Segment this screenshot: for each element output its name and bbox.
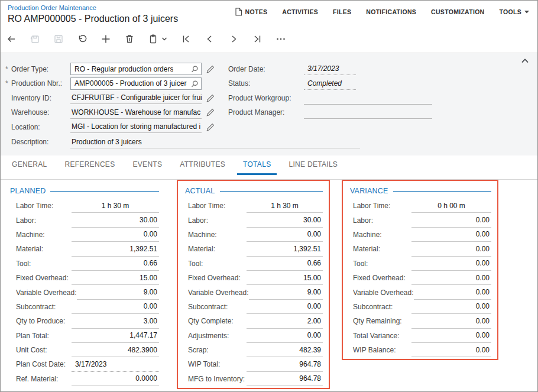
lookup-icon[interactable] bbox=[190, 80, 199, 88]
field-value[interactable]: 0.66 bbox=[72, 257, 159, 271]
form-field-location: Location: MGI - Location for storing man… bbox=[5, 121, 215, 133]
field-value[interactable]: 0.00 bbox=[414, 285, 491, 299]
totals-row: Qty Remaining:0.00 bbox=[350, 314, 491, 328]
field-label: Material: bbox=[10, 242, 72, 256]
field-value[interactable]: 1 h 30 m bbox=[247, 199, 323, 213]
field-label: Adjustments: bbox=[185, 329, 247, 343]
field-value[interactable]: 482.39 bbox=[247, 343, 323, 357]
more-options-button[interactable] bbox=[276, 34, 286, 44]
collapse-panel-button[interactable] bbox=[521, 57, 529, 66]
totals-row: WIP Balance:0.00 bbox=[350, 343, 491, 357]
field-value[interactable]: 964.78 bbox=[247, 372, 323, 386]
field-value[interactable]: 0.00 bbox=[72, 300, 159, 314]
tab-line-details[interactable]: LINE DETAILS bbox=[283, 155, 343, 175]
field-value[interactable]: 30.00 bbox=[247, 213, 323, 227]
tab-references[interactable]: REFERENCES bbox=[59, 155, 121, 175]
totals-row: Total Variance:0.00 bbox=[350, 329, 491, 343]
field-value[interactable]: 1 h 30 m bbox=[72, 199, 159, 213]
totals-row: Labor:30.00 bbox=[10, 213, 159, 227]
field-value[interactable]: 0.00 bbox=[72, 228, 159, 242]
warehouse-input[interactable]: WORKHOUSE - Warehouse for manufac bbox=[70, 106, 202, 119]
field-value[interactable]: 30.00 bbox=[72, 213, 159, 227]
field-value[interactable]: 9.00 bbox=[77, 285, 159, 299]
field-value[interactable]: 482.3900 bbox=[72, 343, 159, 357]
field-value[interactable]: 0.00 bbox=[247, 329, 323, 343]
field-label: Location: bbox=[11, 123, 70, 131]
field-value[interactable]: 0.00 bbox=[411, 228, 491, 242]
field-value[interactable]: 0.00 bbox=[411, 257, 491, 271]
field-value[interactable]: 2.00 bbox=[247, 314, 323, 328]
breadcrumb[interactable]: Production Order Maintenance bbox=[8, 4, 96, 11]
product-manager-input[interactable] bbox=[304, 106, 432, 119]
field-value[interactable]: 0.00 bbox=[411, 242, 491, 256]
next-record-button[interactable] bbox=[228, 34, 239, 44]
edit-pencil-icon[interactable] bbox=[206, 94, 215, 102]
location-input[interactable]: MGI - Location for storing manufactured … bbox=[70, 121, 202, 133]
save-icon bbox=[53, 34, 64, 44]
field-value[interactable]: 15.00 bbox=[72, 271, 159, 285]
edit-pencil-icon[interactable] bbox=[206, 65, 215, 73]
copy-paste-button[interactable] bbox=[148, 34, 158, 44]
field-value[interactable]: 0.00 bbox=[411, 329, 491, 343]
production-nbr-input[interactable]: AMP000005 - Production of 3 juicers bbox=[70, 77, 202, 90]
description-input[interactable]: Production of 3 juicers bbox=[70, 136, 360, 148]
add-new-button[interactable] bbox=[101, 34, 111, 44]
edit-pencil-icon[interactable] bbox=[206, 108, 215, 116]
field-value[interactable]: 0.00 bbox=[411, 314, 491, 328]
field-value[interactable]: 0.00 bbox=[247, 228, 323, 242]
field-value[interactable]: 1,392.51 bbox=[247, 242, 323, 256]
field-value[interactable]: 0 h 00 m bbox=[411, 199, 491, 213]
field-value[interactable]: 964.78 bbox=[247, 357, 323, 371]
first-record-button[interactable] bbox=[181, 34, 192, 44]
lookup-icon[interactable] bbox=[190, 65, 199, 73]
delete-button[interactable] bbox=[124, 34, 135, 44]
product-workgroup-input[interactable] bbox=[304, 92, 432, 105]
field-label: Ref. Material: bbox=[10, 372, 72, 386]
totals-row: Qty Complete:2.00 bbox=[185, 314, 323, 328]
customization-button[interactable]: CUSTOMIZATION bbox=[431, 8, 484, 15]
order-type-input[interactable]: RO - Regular production orders bbox=[70, 63, 202, 75]
edit-pencil-icon[interactable] bbox=[206, 123, 215, 131]
field-label: Variable Overhead: bbox=[10, 285, 77, 299]
field-label: Plan Total: bbox=[10, 329, 72, 343]
tab-general[interactable]: GENERAL bbox=[6, 155, 53, 175]
field-label: Subcontract: bbox=[10, 300, 72, 314]
field-value[interactable]: 3.00 bbox=[72, 314, 159, 328]
activities-button[interactable]: ACTIVITIES bbox=[282, 8, 318, 15]
field-label: Qty to Produce: bbox=[10, 314, 72, 328]
field-label: Tool: bbox=[10, 257, 72, 271]
field-value[interactable]: 0.00 bbox=[411, 271, 491, 285]
field-value[interactable]: 0.0000 bbox=[72, 372, 159, 386]
totals-row: Fixed Overhead:15.00 bbox=[10, 271, 159, 285]
field-value[interactable]: 0.66 bbox=[247, 257, 323, 271]
field-value[interactable]: 0.00 bbox=[411, 343, 491, 357]
tools-menu-button[interactable]: TOOLS bbox=[500, 8, 529, 15]
totals-row: Variable Overhead:0.00 bbox=[350, 285, 491, 299]
form-field-product-workgroup: Product Workgroup: bbox=[228, 92, 432, 104]
field-value[interactable]: 9.00 bbox=[249, 285, 323, 299]
field-value[interactable]: 0.00 bbox=[411, 213, 491, 227]
undo-button[interactable] bbox=[77, 34, 87, 44]
copy-paste-menu-button[interactable] bbox=[161, 34, 168, 44]
field-value[interactable]: 0.00 bbox=[247, 300, 323, 314]
field-value[interactable]: 1,447.17 bbox=[72, 329, 159, 343]
tab-events[interactable]: EVENTS bbox=[127, 155, 168, 175]
tab-attributes[interactable]: ATTRIBUTES bbox=[174, 155, 231, 175]
order-date-value: 3/17/2023 bbox=[304, 63, 356, 75]
back-button[interactable] bbox=[6, 34, 17, 44]
section-rule bbox=[393, 191, 491, 192]
field-value[interactable]: 0.00 bbox=[411, 300, 491, 314]
notes-button[interactable]: NOTES bbox=[235, 8, 268, 16]
save-and-close-button bbox=[30, 34, 40, 44]
section-title: VARIANCE bbox=[350, 187, 388, 195]
field-value[interactable]: 15.00 bbox=[247, 271, 323, 285]
previous-record-button[interactable] bbox=[205, 34, 215, 44]
tab-totals[interactable]: TOTALS bbox=[237, 155, 277, 175]
notifications-button[interactable]: NOTIFICATIONS bbox=[366, 8, 416, 15]
totals-row: Labor Time:1 h 30 m bbox=[10, 199, 159, 213]
field-value[interactable]: 1,392.51 bbox=[72, 242, 159, 256]
files-button[interactable]: FILES bbox=[333, 8, 351, 15]
inventory-id-input[interactable]: CFJFRUITBF - Configurable juicer for fru… bbox=[70, 92, 202, 104]
last-record-button[interactable] bbox=[252, 34, 262, 44]
field-label: Qty Remaining: bbox=[350, 314, 411, 328]
